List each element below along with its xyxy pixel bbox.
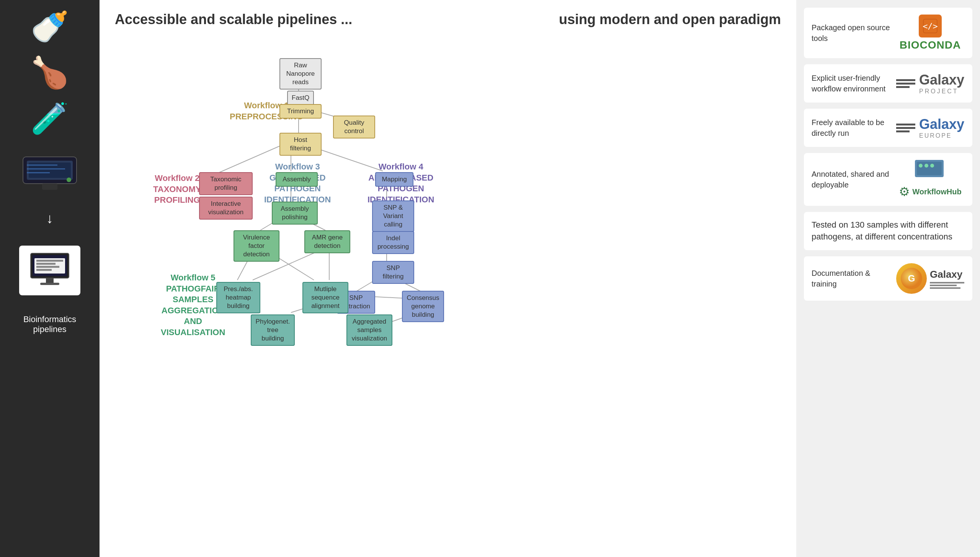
galaxy-europe-logo: Galaxy EUROPE: [896, 116, 965, 139]
galaxy-training-card-text: Documentation & training: [812, 268, 896, 289]
galaxy-europe-card: Freely available to be directly run Gala…: [804, 109, 972, 147]
chicken-icon: 🍗: [31, 57, 69, 88]
workflowhub-text: WorkflowHub: [912, 187, 962, 196]
gtn-galaxy-text: Galaxy: [930, 269, 964, 280]
workflowhub-card-text: Annotated, shared and deployable: [812, 169, 896, 190]
mapping-box: Mapping: [375, 172, 413, 187]
galaxy-europe-card-text: Freely available to be directly run: [812, 117, 896, 138]
host-filtering-box: Host filtering: [279, 133, 322, 156]
workflowhub-card: Annotated, shared and deployable ⚙ Workf…: [804, 153, 972, 206]
main-header: Accessible and scalable pipelines ... us…: [115, 11, 781, 28]
interactive-visualization-box: Interactive visualization: [199, 197, 253, 220]
svg-rect-11: [40, 283, 59, 285]
svg-rect-15: [36, 266, 59, 268]
galaxy-project-card-text: Explicit user-friendly workflow environm…: [812, 73, 896, 94]
scanner-icon: [19, 149, 80, 191]
tested-samples-card: Tested on 130 samples with different pat…: [804, 212, 972, 250]
svg-point-46: [924, 164, 928, 168]
quality-control-box: Quality control: [333, 116, 375, 138]
galaxy-project-logo: Galaxy PROJECT: [896, 72, 965, 95]
bioconda-logo: </> BIOCONDA: [896, 15, 965, 51]
svg-point-47: [930, 164, 934, 168]
snp-variant-box: SNP & Variant calling: [372, 200, 414, 232]
svg-text:G: G: [908, 273, 915, 283]
diagram-container: Raw Nanopore reads FastQ Workflow 1 PREP…: [115, 35, 781, 525]
right-panel: Packaged open source tools </> BIOCONDA …: [796, 0, 980, 557]
snp-filtering-box: SNP filtering: [372, 261, 414, 284]
sidebar-label: Bioinformatics pipelines: [8, 314, 92, 334]
milk-icon: 🍼: [31, 11, 69, 42]
main-content: Accessible and scalable pipelines ... us…: [100, 0, 796, 557]
workflowhub-svg: [915, 160, 946, 183]
computer-icon: [19, 246, 80, 295]
bioconda-text: BIOCONDA: [900, 39, 961, 51]
galaxy-training-logo: G Galaxy: [896, 263, 965, 294]
trimming-box: Trimming: [279, 104, 322, 119]
taxonomic-profiling-box: Taxonomic profiling: [199, 172, 253, 195]
amr-gene-box: AMR gene detection: [304, 230, 350, 253]
wf5-label: Workflow 5 PATHOGFAIR SAMPLES AGGREGATIO…: [161, 272, 225, 338]
raw-nanopore-box: Raw Nanopore reads: [279, 58, 322, 90]
svg-rect-4: [42, 184, 57, 190]
svg-rect-13: [36, 260, 63, 262]
tested-samples-text: Tested on 130 samples with different pat…: [812, 219, 965, 243]
bioconda-card-text: Packaged open source tools: [812, 22, 896, 44]
galaxy-europe-big-text: Galaxy: [919, 116, 964, 132]
phylogenet-tree-box: Phylogenet. tree building: [251, 314, 295, 346]
bioconda-card: Packaged open source tools </> BIOCONDA: [804, 8, 972, 58]
main-title-right: using modern and open paradigm: [559, 11, 781, 28]
assembly-polishing-box: Assembly polishing: [272, 202, 318, 225]
svg-rect-10: [46, 278, 54, 283]
scanner-svg: [19, 149, 80, 191]
gtn-circle-icon: G: [896, 263, 927, 294]
sidebar: 🍼 🍗 🧪 ↓: [0, 0, 100, 557]
svg-rect-6: [27, 168, 65, 169]
svg-rect-7: [27, 172, 50, 173]
wf2-label: Workflow 2 TAXONOMY PROFILING: [153, 173, 201, 206]
galaxy-project-sub-text: PROJECT: [919, 88, 964, 95]
pres-abs-heatmap-box: Pres./abs. heatmap building: [216, 282, 260, 313]
assembly-box: Assembly: [276, 172, 318, 187]
virulence-factor-box: Virulence factor detection: [234, 230, 279, 262]
galaxy-project-card: Explicit user-friendly workflow environm…: [804, 64, 972, 103]
svg-text:</>: </>: [923, 21, 938, 31]
svg-rect-5: [27, 164, 57, 166]
svg-rect-14: [36, 263, 56, 265]
indel-processing-box: Indel processing: [372, 231, 414, 254]
aggregated-samples-box: Aggregated samples visualization: [346, 314, 392, 346]
main-title-left: Accessible and scalable pipelines ...: [115, 11, 352, 28]
galaxy-europe-sub-text: EUROPE: [919, 132, 964, 139]
workflowhub-logo: ⚙ WorkflowHub: [896, 160, 965, 199]
galaxy-project-big-text: Galaxy: [919, 72, 964, 88]
bioconda-icon: </>: [919, 15, 942, 37]
test-tube-icon: 🧪: [31, 103, 69, 134]
consensus-genome-box: Consensus genome building: [402, 291, 444, 322]
arrow-down-icon: ↓: [46, 210, 53, 226]
svg-rect-16: [36, 269, 52, 271]
svg-point-3: [67, 178, 71, 182]
computer-svg: [27, 251, 73, 290]
galaxy-training-card: Documentation & training G: [804, 256, 972, 301]
svg-point-45: [919, 164, 923, 168]
multiple-sequence-box: Mutliple sequence alignment: [302, 282, 348, 313]
